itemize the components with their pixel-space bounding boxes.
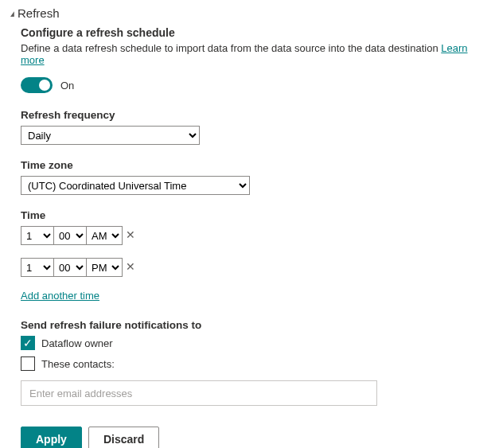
remove-time-icon[interactable]: ✕ [122,226,139,245]
time-label: Time [21,209,481,221]
section-header[interactable]: ◢ Refresh [10,6,481,20]
disclosure-icon: ◢ [10,10,14,18]
time-ampm-select[interactable]: AM [86,226,123,245]
frequency-label: Refresh frequency [21,109,481,121]
contacts-checkbox-label: These contacts: [41,358,115,370]
notifications-label: Send refresh failure notifications to [21,319,481,331]
time-minute-select[interactable]: 00 [53,258,87,277]
owner-checkbox[interactable]: ✓ [21,336,35,350]
apply-button[interactable]: Apply [21,427,82,448]
frequency-select[interactable]: Daily [21,126,200,145]
section-title: Refresh [18,6,60,20]
time-ampm-select[interactable]: PM [86,258,123,277]
section-subtitle: Configure a refresh schedule [21,26,481,39]
time-row: 1 00 PM ✕ [21,258,481,277]
toggle-label: On [60,80,74,92]
add-time-link[interactable]: Add another time [21,290,99,302]
time-row: 1 00 AM ✕ [21,226,481,245]
schedule-toggle[interactable] [21,77,53,93]
section-description: Define a data refresh schedule to import… [21,42,481,66]
time-minute-select[interactable]: 00 [53,226,87,245]
remove-time-icon[interactable]: ✕ [122,258,139,277]
owner-checkbox-label: Dataflow owner [41,337,113,349]
contacts-email-input[interactable] [21,380,377,406]
timezone-label: Time zone [21,159,481,171]
contacts-checkbox[interactable] [21,356,35,371]
timezone-select[interactable]: (UTC) Coordinated Universal Time [21,176,250,195]
time-hour-select[interactable]: 1 [21,258,54,277]
discard-button[interactable]: Discard [88,427,159,448]
time-hour-select[interactable]: 1 [21,226,54,245]
